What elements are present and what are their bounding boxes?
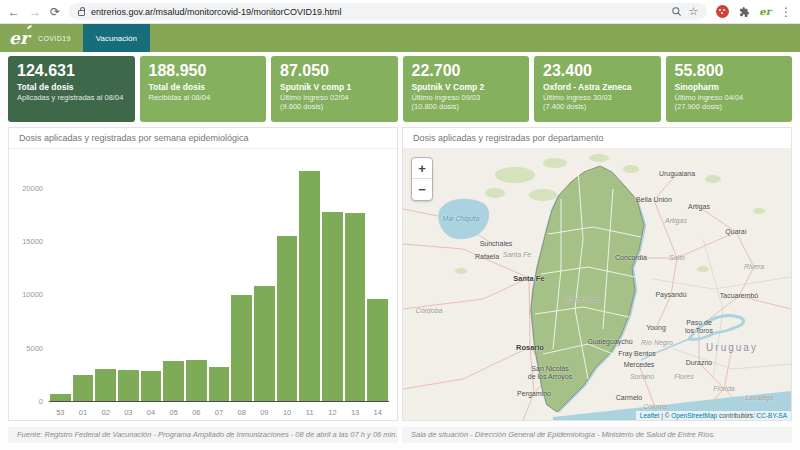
bar-week-12 [322,212,343,401]
bar-column [208,161,231,401]
x-tick-label: 01 [72,408,95,417]
bar-column [366,161,389,401]
map-canvas [403,149,791,420]
osm-link[interactable]: OpenStreetMap [671,412,717,419]
y-tick-label: 15000 [9,237,43,246]
refresh-icon[interactable]: ⟳ [50,6,60,18]
x-tick-label: 03 [117,408,140,417]
card-value: 87.050 [280,62,389,80]
map-zoom-control: + − [411,157,433,201]
bar-week-05 [163,361,184,401]
map-panel: Dosis aplicadas y registradas por depart… [402,127,792,421]
x-tick-label: 53 [49,408,72,417]
card-extra: (9.600 dosis) [280,102,389,111]
bar-week-53 [50,394,71,401]
y-tick-label: 10000 [9,290,43,299]
profile-er-icon[interactable]: er [759,6,771,17]
bar-week-04 [141,371,162,401]
bar-week-06 [186,360,207,401]
bar-column [298,161,321,401]
card-subtitle: Último ingreso 04/04 [675,93,784,102]
x-tick-label: 08 [230,408,253,417]
card-extra: (27.900 dosis) [675,102,784,111]
card-total-recibidas: 188.950 Total de dosis Recibidas al 08/0… [140,56,267,122]
x-tick-label: 07 [208,408,231,417]
app-title: COVID19 [38,24,71,52]
card-sinopharm: 55.800 Sinopharm Último ingreso 04/04 (2… [666,56,793,122]
card-subtitle: Aplicadas y registradas al 08/04 [17,93,126,102]
url-text[interactable]: entrerios.gov.ar/msalud/monitorcovid-19/… [91,7,665,17]
y-tick-label: 0 [9,397,43,406]
card-sputnik-1: 87.050 Sputnik V comp 1 Último ingreso 0… [271,56,398,122]
screen: ← → ⟳ entrerios.gov.ar/msalud/monitorcov… [0,0,800,450]
extensions-puzzle-icon[interactable] [738,6,750,18]
map-source-note: Sala de situación - Dirección General de… [402,427,792,443]
bar-week-14 [367,299,388,401]
er-logo[interactable]: er [0,24,38,52]
search-icon[interactable] [671,6,682,17]
chart-body: 530102030405060708091011121314 050001000… [9,149,397,420]
stat-cards: 124.631 Total de dosis Aplicadas y regis… [0,52,800,126]
y-tick-label: 5000 [9,344,43,353]
card-astrazeneca: 23.400 Oxford - Astra Zeneca Último ingr… [534,56,661,122]
adblock-extension-icon[interactable] [716,5,729,18]
card-title: Oxford - Astra Zeneca [543,82,652,93]
card-value: 23.400 [543,62,652,80]
forward-icon[interactable]: → [29,6,41,18]
bar-column [72,161,95,401]
card-value: 55.800 [675,62,784,80]
map-body[interactable]: Mar ChiquitaSunchalesRafaelaSanta FeSant… [403,149,791,420]
chart-panel: Dosis aplicadas y registradas por semana… [8,127,398,421]
card-title: Sinopharm [675,82,784,93]
card-value: 124.631 [17,62,126,80]
zoom-in-button[interactable]: + [412,158,432,179]
x-tick-label: 10 [276,408,299,417]
attribution-text: | © [659,412,671,419]
card-title: Sputnik V Comp 2 [412,82,521,93]
card-title: Sputnik V comp 1 [280,82,389,93]
zoom-out-button[interactable]: − [412,179,432,200]
bar-column [117,161,140,401]
map-attribution: Leaflet | © OpenStreetMap contributors. … [636,411,791,420]
bar-week-07 [209,367,230,401]
card-subtitle: Recibidas al 08/04 [149,93,258,102]
attribution-text: contributors. [717,412,756,419]
card-subtitle: Último ingreso 09/03 [412,93,521,102]
y-tick-label: 20000 [9,184,43,193]
card-total-aplicadas: 124.631 Total de dosis Aplicadas y regis… [8,56,135,122]
bar-column [344,161,367,401]
tab-vacunacion[interactable]: Vacunación [83,24,150,52]
x-tick-label: 05 [162,408,185,417]
card-title: Total de dosis [149,82,258,93]
leaflet-link[interactable]: Leaflet [640,412,660,419]
bookmark-star-icon[interactable]: ☆ [688,6,698,17]
x-tick-label: 04 [140,408,163,417]
x-tick-label: 02 [94,408,117,417]
bar-week-03 [118,370,139,401]
card-value: 188.950 [149,62,258,80]
back-icon[interactable]: ← [8,6,20,18]
x-tick-label: 13 [344,408,367,417]
app-header: er COVID19 Vacunación [0,24,800,52]
bar-column [230,161,253,401]
card-value: 22.700 [412,62,521,80]
x-tick-label: 06 [185,408,208,417]
chart-source-note: Fuente: Registro Federal de Vacunación -… [8,427,398,443]
chart-x-labels: 530102030405060708091011121314 [49,408,389,417]
card-sputnik-2: 22.700 Sputnik V Comp 2 Último ingreso 0… [403,56,530,122]
bar-column [140,161,163,401]
footers-row: Fuente: Registro Federal de Vacunación -… [0,421,800,443]
x-tick-label: 12 [321,408,344,417]
x-tick-label: 14 [366,408,389,417]
bar-column [94,161,117,401]
card-subtitle: Último ingreso 30/03 [543,93,652,102]
address-bar[interactable]: entrerios.gov.ar/msalud/monitorcovid-19/… [69,3,707,20]
bar-week-08 [231,295,252,401]
map-panel-title: Dosis aplicadas y registradas por depart… [403,128,791,149]
x-tick-label: 11 [298,408,321,417]
bar-column [185,161,208,401]
license-link[interactable]: CC-BY-SA [757,412,787,419]
bar-week-13 [345,213,366,401]
kebab-menu-icon[interactable]: ⋮ [780,6,792,18]
browser-chrome: ← → ⟳ entrerios.gov.ar/msalud/monitorcov… [0,0,800,24]
